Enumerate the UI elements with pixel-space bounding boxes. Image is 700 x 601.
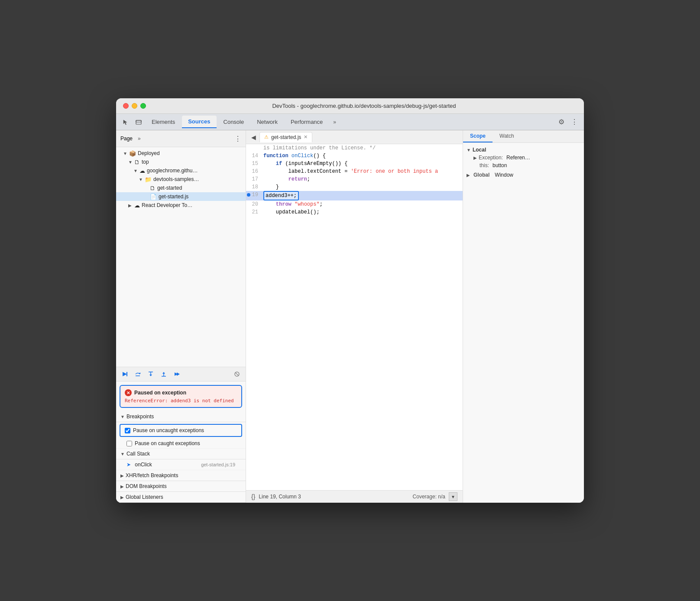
js-file-icon: 📄	[150, 194, 157, 200]
tab-scope[interactable]: Scope	[463, 130, 493, 142]
settings-icon[interactable]: ⚙	[555, 116, 567, 128]
sidebar-more-icon[interactable]: »	[134, 133, 144, 144]
code-line-14: 14 function onClick() {	[246, 152, 463, 160]
deactivate-button[interactable]	[232, 369, 242, 379]
coverage-button[interactable]: ▼	[449, 492, 457, 501]
step-button[interactable]	[172, 369, 182, 379]
minimize-button[interactable]	[132, 103, 137, 109]
window-title: DevTools - googlechrome.github.io/devtoo…	[151, 103, 577, 109]
tree-label-devtools: devtools-samples…	[153, 176, 199, 182]
call-stack-item-onclick[interactable]: ➤ onClick get-started.js:19	[116, 459, 246, 470]
scope-this-key: this:	[480, 162, 489, 168]
step-into-button[interactable]	[146, 369, 156, 379]
tree-label-react: React Developer To…	[142, 202, 192, 208]
tab-performance[interactable]: Performance	[285, 116, 329, 128]
dom-label: DOM Breakpoints	[126, 483, 167, 489]
code-line-15: 15 if (inputsAreEmpty()) {	[246, 160, 463, 168]
scope-panel: Scope Watch ▼ Local ▶ Exception: Referen…	[463, 130, 584, 503]
more-options-icon[interactable]: ⋮	[568, 116, 580, 128]
pause-uncaught-box: Pause on uncaught exceptions	[120, 424, 242, 437]
code-area[interactable]: is limitations under the License. */ 14 …	[246, 144, 463, 490]
exception-box: ✕ Paused on exception ReferenceError: ad…	[120, 385, 242, 408]
pause-uncaught-item[interactable]: Pause on uncaught exceptions	[120, 425, 241, 436]
svg-marker-13	[177, 372, 180, 376]
debug-content: ✕ Paused on exception ReferenceError: ad…	[116, 381, 246, 503]
tab-network[interactable]: Network	[251, 116, 284, 128]
file-tab-name: get-started.js	[271, 134, 301, 140]
call-stack-arrow-icon: ➤	[126, 462, 131, 468]
exception-message: ReferenceError: addend3 is not defined	[125, 398, 237, 404]
file-tab-get-started-js[interactable]: ⚠ get-started.js ✕	[259, 132, 312, 142]
code-content-comment: is limitations under the License. */	[263, 144, 463, 152]
line-num-18: 18	[246, 183, 263, 191]
tab-watch[interactable]: Watch	[493, 130, 521, 142]
tab-elements[interactable]: Elements	[146, 116, 181, 128]
breakpoints-arrow: ▼	[120, 414, 125, 419]
step-out-button[interactable]	[159, 369, 169, 379]
warning-icon: ⚠	[264, 134, 269, 140]
close-button[interactable]	[123, 103, 129, 109]
pause-caught-checkbox[interactable]	[126, 441, 132, 446]
code-line-17: 17 return;	[246, 175, 463, 183]
tree-item-get-started-js[interactable]: 📄 get-started.js	[116, 192, 246, 201]
code-line-18: 18 }	[246, 183, 463, 191]
tree-arrow-devtools: ▼	[139, 177, 143, 182]
debug-toolbar	[116, 367, 246, 381]
cloud-icon-1: ☁	[139, 168, 145, 174]
coverage-text: Coverage: n/a	[413, 494, 445, 500]
call-stack-header[interactable]: ▼ Call Stack	[116, 449, 246, 459]
cursor-icon[interactable]	[120, 116, 132, 128]
status-bar: {} Line 19, Column 3 Coverage: n/a ▼	[246, 490, 463, 503]
tree-item-devtools-samples[interactable]: ▼ 📁 devtools-samples…	[116, 175, 246, 184]
sidebar-page-label: Page	[120, 136, 133, 142]
step-over-button[interactable]	[133, 369, 143, 379]
scope-group-global[interactable]: ▶ Global Window	[463, 171, 584, 179]
tab-close-icon[interactable]: ✕	[304, 134, 308, 140]
maximize-button[interactable]	[140, 103, 146, 109]
scope-exception-arrow: ▶	[473, 155, 477, 160]
scope-item-exception[interactable]: ▶ Exception: Referen…	[467, 154, 580, 162]
svg-line-15	[235, 372, 239, 376]
sidebar-menu-button[interactable]: ⋮	[234, 135, 241, 143]
file-tree: ▼ 📦 Deployed ▼ 🗋 top ▼ ☁ googlechrome.gi…	[116, 147, 246, 367]
scope-tabs: Scope Watch	[463, 130, 584, 143]
pause-caught-item[interactable]: Pause on caught exceptions	[116, 439, 246, 449]
top-icon: 🗋	[134, 159, 140, 165]
breakpoints-label: Breakpoints	[126, 414, 154, 420]
global-listeners-header[interactable]: ▶ Global Listeners	[116, 492, 246, 503]
tab-more-button[interactable]: »	[330, 116, 340, 128]
code-content-18: }	[263, 183, 463, 191]
line-num-15: 15	[246, 160, 263, 168]
code-content-19: addend3++;	[263, 191, 463, 200]
tree-label-get-started: get-started	[157, 185, 182, 191]
code-content-20: throw "whoops";	[263, 200, 463, 208]
breakpoints-header[interactable]: ▼ Breakpoints	[116, 411, 246, 422]
tab-console[interactable]: Console	[217, 116, 250, 128]
tree-item-top[interactable]: ▼ 🗋 top	[116, 158, 246, 166]
code-content-15: if (inputsAreEmpty()) {	[263, 160, 463, 168]
tree-item-get-started[interactable]: 🗋 get-started	[116, 184, 246, 192]
tree-item-deployed[interactable]: ▼ 📦 Deployed	[116, 149, 246, 158]
code-line-20: 20 throw "whoops";	[246, 200, 463, 208]
pause-caught-label: Pause on caught exceptions	[135, 440, 200, 446]
tree-item-googlechrome[interactable]: ▼ ☁ googlechrome.githu…	[116, 166, 246, 175]
tree-arrow-react: ▶	[128, 203, 133, 208]
xhr-breakpoints-header[interactable]: ▶ XHR/fetch Breakpoints	[116, 470, 246, 481]
scope-item-this[interactable]: this: button	[467, 162, 580, 169]
sidebar-header: Page » ⋮	[116, 130, 246, 147]
pause-uncaught-checkbox[interactable]	[125, 428, 130, 433]
tree-item-react-devtools[interactable]: ▶ ☁ React Developer To…	[116, 201, 246, 210]
code-content-14: function onClick() {	[263, 152, 463, 160]
format-button[interactable]: {}	[251, 493, 255, 500]
dock-icon[interactable]	[133, 116, 145, 128]
svg-marker-7	[149, 375, 152, 376]
scope-local-label: Local	[473, 147, 486, 153]
xhr-arrow: ▶	[120, 473, 124, 478]
dom-breakpoints-header[interactable]: ▶ DOM Breakpoints	[116, 481, 246, 492]
scope-local-header[interactable]: ▼ Local	[467, 146, 580, 154]
svg-marker-2	[123, 372, 127, 376]
tab-sources[interactable]: Sources	[182, 116, 216, 128]
deployed-icon: 📦	[129, 150, 136, 157]
back-button[interactable]: ◀	[250, 133, 258, 142]
resume-button[interactable]	[120, 369, 130, 379]
